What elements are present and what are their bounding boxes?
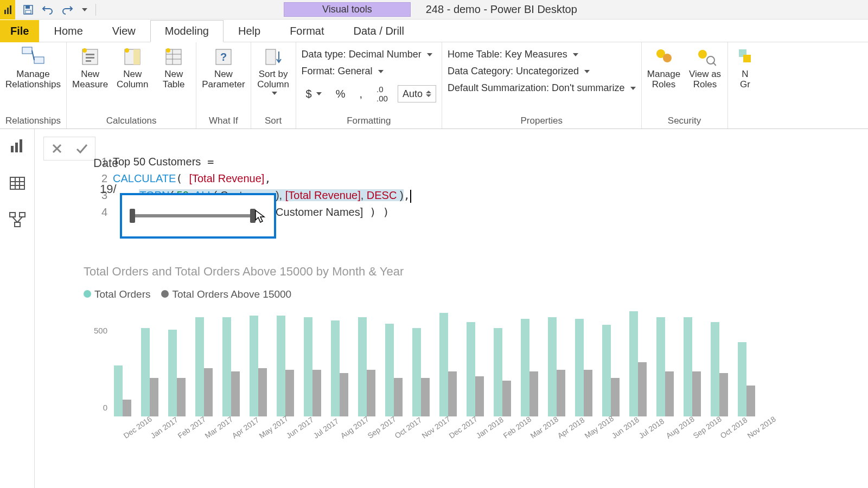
tab-view[interactable]: View [98, 20, 150, 42]
y-axis: 0 500 [84, 308, 110, 416]
chevron-down-icon [378, 70, 384, 73]
x-tick-label: Jun 2018 [610, 422, 631, 440]
bar-total-orders [575, 319, 584, 416]
date-slicer-value: 19/ [100, 182, 117, 196]
bar-total-orders [358, 317, 367, 416]
decimal-places-icon[interactable]: .0.00 [372, 82, 392, 105]
tab-data-drill[interactable]: Data / Drill [339, 20, 418, 42]
bar-total-orders-above [421, 378, 430, 416]
bar-total-orders-above [285, 370, 294, 416]
bar-total-orders [304, 317, 312, 416]
data-category-dropdown[interactable]: Data Category: Uncategorized [448, 66, 636, 77]
bar-total-orders-above [123, 400, 131, 416]
tab-format[interactable]: Format [275, 20, 339, 42]
sort-by-column-button[interactable]: Sort by Column [257, 46, 290, 95]
svg-rect-32 [10, 177, 24, 189]
svg-rect-30 [15, 143, 18, 152]
manage-roles-icon [652, 46, 676, 67]
bar-total-orders [602, 325, 611, 416]
ribbon-tabs: File Home View Modeling Help Format Data… [0, 20, 868, 42]
bar-total-orders-above [584, 370, 592, 416]
window-title: 248 - demo - Power BI Desktop [411, 2, 592, 17]
bar-total-orders [168, 330, 177, 416]
data-type-dropdown[interactable]: Data type: Decimal Number [302, 49, 436, 60]
tab-file[interactable]: File [0, 20, 39, 42]
decimal-auto-box[interactable]: Auto [398, 85, 436, 102]
svg-rect-9 [86, 57, 94, 59]
report-view-icon[interactable] [7, 136, 28, 157]
svg-line-26 [713, 62, 716, 66]
group-label-security: Security [647, 114, 722, 126]
tab-help[interactable]: Help [224, 20, 275, 42]
new-column-icon [120, 46, 144, 67]
redo-icon[interactable] [60, 2, 75, 17]
chevron-down-icon [584, 70, 590, 73]
x-tick-label: Apr 2018 [556, 422, 577, 440]
bar-group [276, 316, 295, 416]
bar-group [547, 317, 566, 416]
slider-thumb-start[interactable] [130, 209, 135, 223]
bar-total-orders-above [204, 368, 213, 416]
bar-group [520, 319, 539, 416]
new-measure-button[interactable]: New Measure [72, 46, 108, 89]
bar-group [303, 317, 322, 416]
new-column-button[interactable]: New Column [116, 46, 149, 89]
bar-group [493, 328, 512, 416]
thousands-separator-button[interactable]: , [355, 86, 367, 102]
x-tick-label: Jan 2017 [149, 422, 170, 440]
format-dropdown[interactable]: Format: General [302, 66, 436, 77]
chart-visual[interactable]: Total Orders and Total Orders Above 1500… [84, 265, 852, 428]
bar-total-orders-above [692, 371, 701, 416]
contextual-tab-visual-tools[interactable]: Visual tools [284, 2, 411, 17]
qat-customize-icon[interactable] [79, 2, 88, 17]
model-view-icon[interactable] [7, 209, 28, 231]
svg-line-5 [32, 50, 34, 60]
bar-total-orders-above [638, 362, 647, 416]
view-as-roles-icon [693, 46, 717, 67]
bar-total-orders [195, 317, 204, 416]
bar-group [411, 328, 431, 416]
save-icon[interactable] [21, 2, 36, 17]
default-summarization-dropdown[interactable]: Default Summarization: Don't summarize [448, 82, 636, 94]
bar-group [655, 317, 675, 416]
legend-swatch-gray [161, 290, 169, 298]
svg-point-24 [698, 50, 707, 59]
new-table-button[interactable]: New Table [157, 46, 190, 89]
x-tick-label: Mar 2017 [203, 422, 225, 440]
formula-commit-button[interactable] [71, 139, 93, 158]
groups-button-partial[interactable]: NGr [733, 46, 757, 89]
mouse-cursor-icon [254, 209, 266, 227]
separator [95, 4, 96, 16]
bar-group [221, 317, 241, 416]
tab-home[interactable]: Home [39, 20, 97, 42]
bar-total-orders [222, 317, 231, 416]
new-parameter-icon: ? [212, 46, 235, 67]
x-tick-label: May 2017 [258, 422, 279, 440]
date-range-slider[interactable] [120, 193, 276, 239]
percent-format-button[interactable]: % [331, 86, 350, 102]
new-parameter-button[interactable]: ? New Parameter [202, 46, 245, 89]
groups-icon [733, 46, 757, 67]
undo-icon[interactable] [40, 2, 55, 17]
formula-cancel-button[interactable] [46, 139, 68, 158]
bar-total-orders [684, 317, 692, 416]
report-canvas: 1Top 50 Customers = 2CALCULATE( [Total R… [35, 129, 868, 488]
currency-format-button[interactable]: $ [302, 86, 326, 102]
tab-modeling[interactable]: Modeling [150, 20, 224, 42]
manage-roles-button[interactable]: Manage Roles [647, 46, 681, 89]
x-tick-label: Mar 2018 [529, 422, 550, 440]
home-table-dropdown[interactable]: Home Table: Key Measures [448, 49, 636, 60]
data-view-icon[interactable] [7, 172, 28, 194]
manage-relationships-button[interactable]: Manage Relationships [5, 46, 61, 89]
svg-rect-12 [133, 49, 140, 65]
group-label-sort: Sort [257, 114, 290, 126]
x-tick-label: Sep 2017 [366, 422, 387, 440]
view-as-roles-button[interactable]: View as Roles [688, 46, 722, 89]
app-logo [0, 0, 15, 20]
spinner-icon[interactable] [426, 91, 431, 97]
bar-group [737, 342, 756, 416]
bar-group [710, 322, 729, 416]
bar-total-orders-above [340, 373, 348, 416]
bar-total-orders [548, 317, 557, 416]
svg-rect-21 [266, 49, 276, 65]
